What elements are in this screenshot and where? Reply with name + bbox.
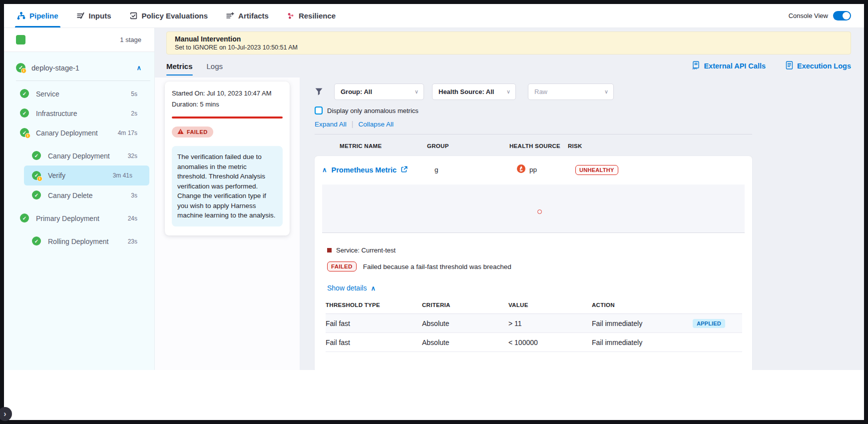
header-links: API External API Calls Execution Logs: [692, 61, 851, 72]
threshold-table-header: THRESHOLD TYPE CRITERIA VALUE ACTION: [326, 302, 742, 314]
legend-label: Service: Current-test: [336, 246, 396, 254]
sidebar-step-primary-deployment[interactable]: ✓! Primary Deployment 24s: [4, 208, 154, 228]
threshold-details-table: THRESHOLD TYPE CRITERIA VALUE ACTION Fai…: [326, 302, 742, 352]
stage-name-label: deploy-stage-1: [31, 64, 130, 72]
sidebar-step-canary-deployment[interactable]: ✓! Canary Deployment 4m 17s: [4, 123, 154, 142]
sidebar-step-canary-delete[interactable]: ✓! Canary Delete 3s: [4, 186, 154, 205]
success-icon: ✓!: [20, 89, 29, 98]
stage-collapse-chevron-icon[interactable]: ∧: [136, 64, 141, 72]
success-icon: ✓!: [20, 108, 29, 118]
col-criteria: CRITERIA: [422, 302, 508, 308]
chart-legend: Service: Current-test: [327, 246, 752, 254]
external-link-icon[interactable]: [401, 166, 408, 174]
toggle-knob: [843, 12, 850, 20]
expand-collapse-controls: Expand All | Collapse All: [315, 120, 752, 128]
bottom-empty-strip: [4, 370, 864, 420]
metric-group-value: g: [434, 166, 517, 174]
sidebar-step-canary-deployment-child[interactable]: ✓! Canary Deployment 32s: [4, 146, 154, 166]
nav-tab-artifacts[interactable]: Artifacts: [226, 4, 269, 28]
anomalous-metrics-filter: Display only anomalous metrics: [315, 106, 752, 114]
col-group: GROUP: [427, 143, 509, 149]
sidebar-step-service[interactable]: ✓! Service 5s: [4, 84, 154, 104]
threshold-row: Fail fast Absolute > 11 Fail immediately…: [326, 314, 742, 333]
logs-document-icon: [786, 61, 793, 71]
metric-failure-reason: Failed because a fail-fast threshold was…: [363, 263, 511, 270]
risk-badge: UNHEALTHY: [575, 165, 618, 175]
tab-metrics[interactable]: Metrics: [166, 54, 193, 78]
chevron-right-icon: ›: [3, 410, 6, 418]
execution-logs-link[interactable]: Execution Logs: [786, 61, 851, 71]
nav-tab-policy-evaluations[interactable]: Policy Evaluations: [129, 4, 208, 28]
chevron-up-icon: ∧: [371, 284, 376, 292]
console-view-toggle[interactable]: [833, 11, 851, 20]
sidebar-header: 1 stage: [4, 28, 154, 52]
group-filter-dropdown[interactable]: Group: All ∨: [334, 84, 424, 100]
warning-success-icon: ✓!: [32, 171, 41, 180]
nav-tab-label: Resilience: [299, 12, 336, 20]
sidebar-step-rolling-deployment[interactable]: ✓! Rolling Deployment 23s: [4, 232, 154, 251]
nav-tab-inputs[interactable]: Inputs: [76, 4, 111, 28]
api-document-icon: API: [692, 61, 700, 72]
prometheus-icon: [517, 164, 525, 175]
anomalous-data-point[interactable]: [537, 210, 542, 214]
resilience-icon: [287, 12, 295, 20]
screenshot-root: Pipeline Inputs Policy Evaluations: [0, 0, 868, 424]
console-view-label: Console View: [789, 12, 828, 20]
success-icon: ✓!: [32, 190, 41, 200]
metric-failed-badge: FAILED: [327, 262, 357, 272]
nav-tab-label: Artifacts: [238, 12, 269, 20]
tab-logs[interactable]: Logs: [207, 54, 223, 78]
metric-result-card: ∧ Prometheus Metric g: [315, 156, 752, 370]
success-icon: ✓!: [20, 214, 29, 223]
raw-filter-dropdown[interactable]: Raw ∨: [528, 84, 614, 100]
col-value: VALUE: [508, 302, 592, 308]
nav-tab-label: Pipeline: [29, 12, 58, 20]
app-window: Pipeline Inputs Policy Evaluations: [4, 4, 864, 420]
metric-collapse-chevron-icon[interactable]: ∧: [322, 166, 327, 174]
sidebar-step-verify[interactable]: ✓! Verify 3m 41s: [24, 166, 149, 186]
detail-tabbar: Metrics Logs API External API Calls: [166, 54, 851, 78]
policy-check-icon: [129, 12, 138, 20]
external-api-calls-link[interactable]: API External API Calls: [692, 61, 766, 72]
sidebar-stage-deploy-stage-1[interactable]: ✓ ! deploy-stage-1 ∧: [4, 52, 154, 80]
col-threshold-type: THRESHOLD TYPE: [326, 302, 422, 308]
verification-failure-message: The verification failed due to anomalies…: [172, 146, 283, 226]
top-navigation: Pipeline Inputs Policy Evaluations: [4, 4, 864, 28]
stage-status-square-icon: [16, 35, 25, 44]
health-source-filter-dropdown[interactable]: Health Source: All ∨: [432, 84, 516, 100]
svg-text:API: API: [692, 67, 697, 70]
pipeline-icon: [17, 12, 25, 20]
legend-swatch-icon: [327, 248, 332, 252]
metric-timeseries-chart[interactable]: [322, 184, 745, 233]
anomalous-metrics-checkbox[interactable]: [315, 106, 323, 114]
expand-all-link[interactable]: Expand All: [315, 120, 347, 128]
chevron-down-icon: ∨: [506, 88, 510, 95]
nav-tab-label: Policy Evaluations: [142, 12, 208, 20]
metrics-panel: Group: All ∨ Health Source: All ∨ Raw ∨: [300, 78, 864, 370]
verification-status-badge: FAILED: [172, 126, 213, 138]
col-action: ACTION: [592, 302, 742, 308]
metric-failure-row: FAILED Failed because a fail-fast thresh…: [327, 262, 752, 272]
metric-row: ∧ Prometheus Metric g: [315, 164, 752, 175]
metrics-table-header: METRIC NAME GROUP HEALTH SOURCE RISK: [315, 143, 752, 149]
sidebar-step-infrastructure[interactable]: ✓! Infrastructure 2s: [4, 104, 154, 123]
duration-label: Duration: 5 mins: [172, 100, 283, 108]
banner-title: Manual Intervention: [175, 35, 843, 43]
execution-sidebar: 1 stage ✓ ! deploy-stage-1 ∧ ✓! Service …: [4, 28, 155, 370]
col-risk: RISK: [568, 143, 752, 149]
main-panel: Manual Intervention Set to IGNORE on 10-…: [155, 28, 864, 370]
verification-progress-bar: [172, 116, 283, 118]
health-source-value: pp: [529, 166, 537, 174]
collapse-all-link[interactable]: Collapse All: [358, 120, 394, 128]
inputs-icon: [76, 12, 85, 20]
metric-name-link[interactable]: Prometheus Metric: [332, 166, 397, 174]
warning-success-icon: ✓!: [20, 128, 29, 138]
threshold-row: Fail fast Absolute < 100000 Fail immedia…: [326, 333, 742, 352]
nav-tab-resilience[interactable]: Resilience: [287, 4, 336, 28]
show-details-toggle[interactable]: Show details ∧: [327, 284, 752, 292]
metrics-filter-row: Group: All ∨ Health Source: All ∨ Raw ∨: [315, 84, 752, 100]
stage-count-label: 1 stage: [120, 36, 141, 44]
verification-summary-card: Started On: Jul 10, 2023 10:47 AM Durati…: [165, 82, 290, 236]
sidebar-divider: [16, 80, 150, 81]
nav-tab-pipeline[interactable]: Pipeline: [17, 4, 58, 28]
